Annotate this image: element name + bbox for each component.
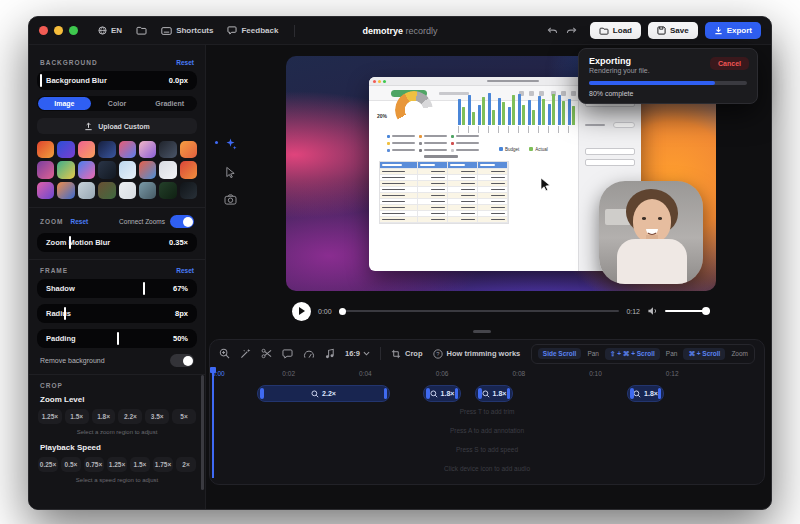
wallpaper-thumbnail[interactable] (180, 161, 197, 178)
help-trimming-button[interactable]: ? How trimming works (433, 349, 521, 359)
upload-custom-button[interactable]: Upload Custom (37, 118, 197, 134)
music-note-icon[interactable] (325, 348, 335, 359)
shortcuts-button[interactable]: Shortcuts (161, 26, 213, 35)
background-tab-gradient[interactable]: Gradient (143, 97, 196, 110)
volume-knob[interactable] (702, 307, 710, 315)
zoom-level-option[interactable]: 2.2× (118, 409, 142, 424)
timeline-ruler[interactable]: 0:000:020:040:060:080:100:12 (210, 370, 764, 382)
annotation-icon[interactable] (282, 349, 293, 359)
project-title: demotrye recordly (362, 26, 437, 36)
timeline-resize-handle[interactable] (473, 330, 491, 333)
undo-icon[interactable] (547, 26, 558, 36)
speed-gauge-icon[interactable] (303, 349, 315, 359)
playback-speed-option[interactable]: 1.75× (153, 457, 173, 472)
wallpaper-thumbnail[interactable] (98, 182, 115, 199)
zoom-level-option[interactable]: 1.5× (65, 409, 89, 424)
zoom-level-option[interactable]: 1.25× (38, 409, 62, 424)
zoom-segment[interactable]: 1.8× (475, 385, 513, 402)
save-label: Save (670, 26, 689, 35)
webcam-overlay[interactable] (599, 181, 703, 284)
redo-icon[interactable] (566, 26, 577, 36)
zoom-level-option[interactable]: 3.5× (145, 409, 169, 424)
feedback-button[interactable]: Feedback (227, 26, 278, 35)
traffic-minimize-button[interactable] (54, 26, 63, 35)
background-blur-slider[interactable]: Background Blur 0.0px (37, 71, 197, 90)
mini-bar-axis (458, 126, 578, 133)
playback-speed-option[interactable]: 1.25× (107, 457, 127, 472)
load-button[interactable]: Load (590, 22, 641, 39)
zoom-segment[interactable]: 2.2× (257, 385, 390, 402)
zoom-motion-blur-slider[interactable]: Zoom Motion Blur 0.35× (37, 233, 197, 252)
wallpaper-thumbnail[interactable] (119, 141, 136, 158)
wallpaper-thumbnail[interactable] (57, 161, 74, 178)
playback-speed-option[interactable]: 1.5× (130, 457, 150, 472)
padding-slider[interactable]: Padding50% (37, 329, 197, 348)
volume-slider[interactable] (665, 310, 710, 313)
wallpaper-thumbnail[interactable] (98, 141, 115, 158)
shadow-slider[interactable]: Shadow67% (37, 279, 197, 298)
save-button[interactable]: Save (648, 22, 698, 39)
wallpaper-thumbnail[interactable] (37, 141, 54, 158)
volume-icon[interactable] (647, 306, 658, 316)
traffic-zoom-button[interactable] (69, 26, 78, 35)
wallpaper-thumbnail[interactable] (139, 182, 156, 199)
wallpaper-thumbnail[interactable] (37, 182, 54, 199)
wallpaper-thumbnail[interactable] (159, 141, 176, 158)
wallpaper-thumbnail[interactable] (78, 161, 95, 178)
aspect-ratio-dropdown[interactable]: 16:9 (345, 349, 370, 358)
background-tab-color[interactable]: Color (91, 97, 144, 110)
projects-button[interactable] (136, 26, 147, 35)
language-switcher[interactable]: EN (98, 26, 122, 35)
connect-zooms-toggle[interactable] (170, 215, 194, 228)
wallpaper-thumbnail[interactable] (37, 161, 54, 178)
crop-button[interactable]: Crop (391, 349, 423, 359)
scissors-icon[interactable] (261, 348, 272, 359)
cursor-tool-button[interactable] (225, 166, 236, 178)
shortcut-action: Pan (587, 350, 599, 357)
playback-speed-option[interactable]: 0.25× (38, 457, 58, 472)
wallpaper-thumbnail[interactable] (119, 182, 136, 199)
export-button[interactable]: Export (705, 22, 761, 39)
wallpaper-thumbnail[interactable] (180, 141, 197, 158)
wallpaper-thumbnail[interactable] (57, 141, 74, 158)
background-reset-button[interactable]: Reset (176, 59, 194, 66)
playback-speed-option[interactable]: 2× (176, 457, 196, 472)
playback-speed-option[interactable]: 0.5× (61, 457, 81, 472)
zoom-segment-track[interactable]: 2.2×1.8×1.8×1.8× (210, 385, 764, 402)
background-blur-handle[interactable] (40, 74, 42, 87)
wallpaper-thumbnail[interactable] (98, 161, 115, 178)
effects-tool-button[interactable] (224, 137, 237, 150)
wallpaper-thumbnail[interactable] (57, 182, 74, 199)
play-button[interactable] (292, 302, 311, 321)
wallpaper-thumbnail[interactable] (119, 161, 136, 178)
traffic-close-button[interactable] (39, 26, 48, 35)
wallpaper-thumbnail[interactable] (139, 161, 156, 178)
playback-speed-option[interactable]: 0.75× (84, 457, 104, 472)
frame-reset-button[interactable]: Reset (176, 267, 194, 274)
playhead[interactable] (212, 367, 214, 478)
timeline-zoom-icon[interactable] (219, 348, 230, 359)
magic-wand-icon[interactable] (240, 348, 251, 359)
zoom-level-option[interactable]: 1.8× (92, 409, 116, 424)
background-tab-image[interactable]: Image (38, 97, 91, 110)
cancel-export-button[interactable]: Cancel (710, 57, 749, 70)
wallpaper-thumbnail[interactable] (139, 141, 156, 158)
wallpaper-thumbnail[interactable] (78, 141, 95, 158)
zoom-reset-button[interactable]: Reset (71, 218, 89, 225)
seek-knob[interactable] (339, 308, 346, 315)
remove-background-toggle[interactable] (170, 354, 194, 367)
zoom-level-option[interactable]: 5× (172, 409, 196, 424)
sidebar-scrollbar[interactable] (201, 375, 204, 490)
wallpaper-thumbnail[interactable] (159, 161, 176, 178)
camera-tool-button[interactable] (224, 194, 237, 205)
zoom-segment[interactable]: 1.8× (423, 385, 461, 402)
zoom-motion-blur-handle[interactable] (69, 236, 71, 249)
wallpaper-thumbnail[interactable] (78, 182, 95, 199)
zoom-segment[interactable]: 1.8× (627, 385, 664, 402)
save-icon (657, 26, 666, 35)
radius-slider[interactable]: Radius8px (37, 304, 197, 323)
track-hint: Click device icon to add audio (210, 465, 764, 472)
seek-bar[interactable] (339, 310, 620, 312)
wallpaper-thumbnail[interactable] (180, 182, 197, 199)
wallpaper-thumbnail[interactable] (159, 182, 176, 199)
